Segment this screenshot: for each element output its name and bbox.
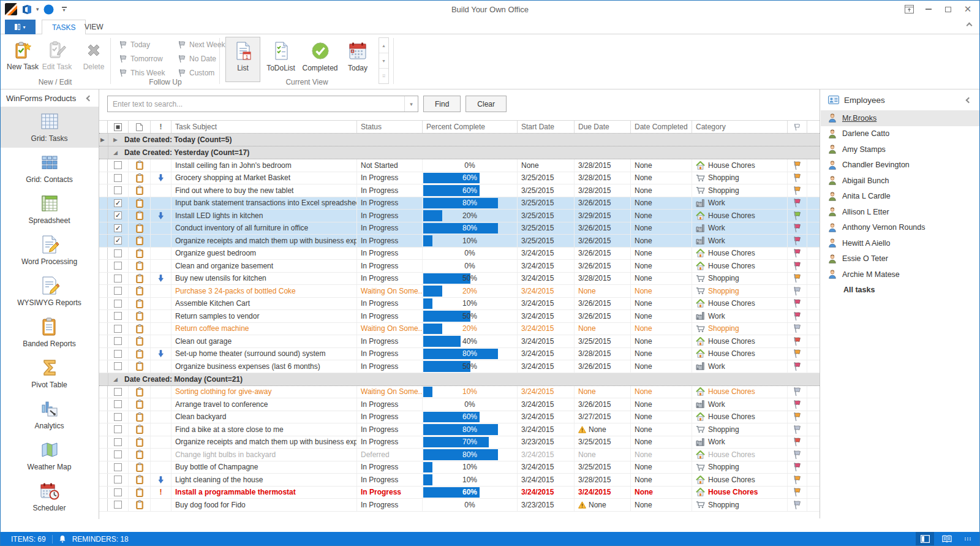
sidebar-item-word-processing[interactable]: Word Processing (0, 230, 99, 271)
task-row[interactable]: Buy bottle of ChampagneIn Progress10%3/2… (99, 461, 820, 474)
task-row[interactable]: Light cleaning of the houseIn Progress10… (99, 474, 820, 487)
priority-column-header[interactable]: ! (151, 121, 172, 133)
task-row[interactable]: Set-up home theater (surround sound) sys… (99, 348, 820, 361)
task-checkbox[interactable] (108, 260, 129, 272)
task-row[interactable]: Install ceiling fan in John's bedroomNot… (99, 159, 820, 172)
task-row[interactable]: Organize receipts and match them up with… (99, 436, 820, 449)
task-row[interactable]: Change light bulbs in backyardDeferred80… (99, 449, 820, 461)
task-checkbox[interactable] (108, 499, 129, 511)
task-row[interactable]: Sorting clothing for give-awayWaiting On… (99, 386, 820, 399)
find-button[interactable]: Find (423, 96, 461, 112)
task-row[interactable]: ✓Input bank statement transactions into … (99, 197, 820, 210)
flag-icon[interactable] (788, 461, 807, 474)
employee-item-anita-l-cardle[interactable]: Anita L Cardle (821, 189, 979, 205)
task-checkbox[interactable]: ✓ (108, 222, 129, 235)
flag-icon[interactable] (788, 423, 807, 436)
flag-icon[interactable] (788, 184, 807, 197)
task-checkbox[interactable] (108, 411, 129, 423)
employee-item-amy-stamps[interactable]: Amy Stamps (821, 142, 979, 157)
sidebar-item-scheduler[interactable]: Scheduler (0, 476, 99, 517)
employee-item-abigail-bunch[interactable]: Abigail Bunch (821, 173, 979, 189)
task-checkbox[interactable] (108, 248, 129, 260)
flag-icon[interactable] (788, 436, 807, 449)
column-header-percent-complete[interactable]: Percent Complete (423, 121, 518, 133)
task-row[interactable]: ✓Conduct inventory of all furniture in o… (99, 222, 820, 235)
task-checkbox[interactable] (108, 436, 129, 449)
task-checkbox[interactable] (108, 423, 129, 436)
book-view-icon[interactable] (938, 532, 956, 546)
column-header-task-subject[interactable]: Task Subject (172, 121, 357, 133)
checkbox-column-header[interactable] (108, 121, 129, 133)
task-checkbox[interactable] (108, 172, 129, 184)
flag-icon[interactable] (788, 449, 807, 461)
sidebar-item-wysiwyg-reports[interactable]: WYSIWYG Reports (0, 271, 99, 312)
task-row[interactable]: Return samples to vendorIn Progress50%3/… (99, 310, 820, 323)
sidebar-item-weather-map[interactable]: Weather Map (0, 435, 99, 476)
flag-icon[interactable] (788, 260, 807, 272)
view-button-today[interactable]: Today (341, 37, 375, 82)
ribbon-gallery-scroll[interactable]: ▲▼⍗ (379, 37, 389, 84)
attachment-column-header[interactable] (129, 121, 151, 133)
task-checkbox[interactable]: ✓ (108, 197, 129, 210)
task-row[interactable]: Find out where to buy the new tabletIn P… (99, 184, 820, 197)
task-row[interactable]: Arrange travel to conferenceIn Progress0… (99, 398, 820, 411)
flag-icon[interactable] (788, 323, 807, 335)
close-button[interactable]: ✕ (959, 2, 976, 16)
task-checkbox[interactable] (108, 449, 129, 461)
search-input[interactable] (108, 100, 404, 108)
task-checkbox[interactable] (108, 285, 129, 297)
flag-icon[interactable] (788, 474, 807, 486)
sidebar-collapse-icon[interactable] (86, 95, 92, 101)
flag-icon[interactable] (788, 398, 807, 411)
task-row[interactable]: Assemble Kitchen CartIn Progress10%3/24/… (99, 298, 820, 311)
filter-flag-icon[interactable] (788, 121, 807, 133)
task-row[interactable]: Organize business expenses (last 6 month… (99, 360, 820, 373)
employee-item-darlene-catto[interactable]: Darlene Catto (821, 126, 979, 142)
view-button-todolist[interactable]: ToDoList (262, 37, 300, 82)
task-checkbox[interactable] (108, 159, 129, 172)
ribbon-button-delete[interactable]: Delete (76, 37, 111, 82)
panel-toggle-icon[interactable] (916, 532, 934, 546)
employee-item-chandler-bevington[interactable]: Chandler Bevington (821, 157, 979, 173)
ribbon-display-options-icon[interactable] (900, 2, 918, 16)
task-row[interactable]: Organize guest bedroomIn Progress0%3/24/… (99, 248, 820, 260)
task-row[interactable]: Buy dog food for FidoIn Progress0%3/23/2… (99, 499, 820, 512)
employee-item-all-tasks[interactable]: All tasks (821, 282, 979, 298)
employee-item-hewitt-a-aiello[interactable]: Hewitt A Aiello (821, 235, 979, 251)
followup-today[interactable]: Today (116, 38, 175, 51)
maximize-button[interactable] (940, 2, 957, 16)
column-header-status[interactable]: Status (357, 121, 423, 133)
search-dropdown-icon[interactable]: ▾ (404, 96, 418, 112)
task-row[interactable]: Clean out garageIn Progress40%3/24/20153… (99, 335, 820, 348)
group-row[interactable]: ◢Date Created: Monday (Count=21) (99, 373, 820, 386)
column-header-due-date[interactable]: Due Date (575, 121, 631, 133)
column-header-start-date[interactable]: Start Date (518, 121, 575, 133)
task-row[interactable]: ✓Install LED lights in kitchenIn Progres… (99, 210, 820, 222)
ribbon-button-new-task[interactable]: New Task (5, 37, 40, 82)
task-checkbox[interactable] (108, 184, 129, 197)
view-button-list[interactable]: 1List (225, 37, 260, 82)
employee-item-mr-brooks[interactable]: Mr.Brooks (821, 110, 979, 126)
task-checkbox[interactable] (108, 386, 129, 398)
flag-icon[interactable] (788, 273, 807, 285)
sidebar-item-grid-contacts[interactable]: Grid: Contacts (0, 148, 99, 189)
task-row[interactable]: Buy new utensils for kitchenIn Progress5… (99, 273, 820, 286)
sidebar-item-spreadsheet[interactable]: Spreadsheet (0, 189, 99, 230)
sidebar-item-pivot-table[interactable]: Pivot Table (0, 353, 99, 394)
flag-icon[interactable] (788, 197, 807, 210)
task-row[interactable]: ✓Organize receipts and match them up wit… (99, 235, 820, 248)
app-menu-button[interactable]: ▾ (5, 20, 36, 34)
task-checkbox[interactable] (108, 360, 129, 373)
task-row[interactable]: Clean and organize basementIn Progress0%… (99, 260, 820, 273)
flag-icon[interactable] (788, 348, 807, 360)
expand-group-icon[interactable]: ▶ (113, 137, 119, 143)
task-checkbox[interactable] (108, 487, 129, 499)
flag-icon[interactable] (788, 499, 807, 511)
resize-grip[interactable] (965, 537, 971, 540)
flag-icon[interactable] (788, 222, 807, 235)
column-header-date-completed[interactable]: Date Completed (631, 121, 692, 133)
tab-view[interactable]: VIEW (75, 20, 113, 34)
flag-icon[interactable] (788, 487, 807, 499)
flag-icon[interactable] (788, 360, 807, 373)
flag-icon[interactable] (788, 411, 807, 423)
